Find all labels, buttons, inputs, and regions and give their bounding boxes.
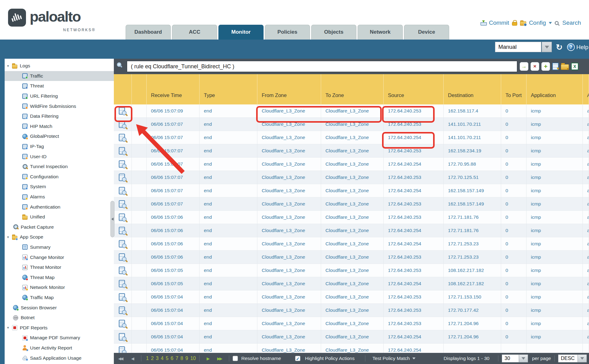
receive-time-cell[interactable]: 06/06 15:07:06 (147, 224, 200, 237)
receive-time-cell[interactable]: 06/06 15:07:09 (147, 104, 200, 118)
prev-page-button[interactable]: ◀ (131, 356, 133, 361)
log-row[interactable]: 06/06 15:07:07endCloudflare_L3_ZoneCloud… (114, 144, 589, 158)
type-cell[interactable]: end (200, 144, 257, 158)
to-zone-cell[interactable]: Cloudflare_L3_Zone (321, 344, 384, 353)
tab-policies[interactable]: Policies (265, 25, 310, 40)
resolve-hostname-checkbox[interactable] (233, 356, 238, 361)
to-zone-cell[interactable]: Cloudflare_L3_Zone (321, 251, 384, 264)
page-number-10[interactable]: 10 (190, 356, 196, 361)
sort-order-dropdown-button[interactable] (578, 354, 587, 362)
sidebar-item-wildfire-submissions[interactable]: WildFire Submissions (5, 101, 114, 111)
to-port-cell[interactable]: 0 (501, 104, 527, 118)
add-filter-button[interactable]: + (541, 62, 550, 71)
log-row[interactable]: 06/06 15:07:07endCloudflare_L3_ZoneCloud… (114, 197, 589, 211)
from-zone-cell[interactable]: Cloudflare_L3_Zone (257, 224, 321, 237)
receive-time-cell[interactable]: 06/06 15:07:07 (147, 158, 200, 171)
to-port-cell[interactable]: 0 (501, 317, 527, 330)
type-cell[interactable]: end (200, 237, 257, 251)
to-zone-cell[interactable]: Cloudflare_L3_Zone (321, 317, 384, 330)
source-cell[interactable]: 172.64.240.253 (384, 317, 444, 330)
type-cell[interactable]: end (200, 171, 257, 184)
destination-cell[interactable]: 172.71.204.96 (444, 330, 501, 344)
sidebar-item-alarms[interactable]: Alarms (5, 192, 114, 202)
action-cell[interactable]: a (583, 224, 589, 237)
action-cell[interactable]: a (583, 330, 589, 344)
log-row[interactable]: 06/06 15:07:04endCloudflare_L3_ZoneCloud… (114, 317, 589, 330)
log-detail-icon[interactable] (119, 107, 125, 115)
per-page-select[interactable]: 30 (502, 354, 519, 362)
log-detail-icon[interactable] (119, 147, 125, 154)
test-policy-match-button[interactable]: Test Policy Match (372, 356, 415, 361)
to-port-cell[interactable]: 0 (501, 330, 527, 344)
type-cell[interactable]: end (200, 184, 257, 197)
application-cell[interactable]: icmp (527, 184, 583, 197)
search-link[interactable]: Search (562, 19, 581, 26)
sidebar-splitter-handle[interactable] (110, 201, 114, 237)
to-zone-cell[interactable]: Cloudflare_L3_Zone (321, 237, 384, 251)
tab-network[interactable]: Network (358, 25, 403, 40)
source-cell[interactable]: 172.64.240.253 (384, 290, 444, 304)
receive-time-cell[interactable]: 06/06 15:07:07 (147, 118, 200, 131)
sidebar-item-globalprotect[interactable]: GlobalProtect (5, 131, 114, 142)
sidebar-item-summary[interactable]: Summary (5, 242, 114, 252)
to-zone-cell[interactable]: Cloudflare_L3_Zone (321, 304, 384, 317)
application-cell[interactable]: icmp (527, 304, 583, 317)
source-cell[interactable]: 172.64.240.253 (384, 251, 444, 264)
column-header-a[interactable]: A (583, 74, 589, 104)
to-port-cell[interactable]: 0 (501, 171, 527, 184)
page-number-6[interactable]: 6 (171, 356, 174, 361)
refresh-interval-dropdown-button[interactable] (542, 42, 552, 52)
application-cell[interactable]: icmp (527, 330, 583, 344)
log-row[interactable]: 06/06 15:07:07endCloudflare_L3_ZoneCloud… (114, 171, 589, 184)
source-cell[interactable]: 172.64.240.254 (384, 184, 444, 197)
log-detail-icon[interactable] (119, 320, 125, 327)
from-zone-cell[interactable]: Cloudflare_L3_Zone (257, 171, 321, 184)
log-detail-icon[interactable] (119, 253, 125, 261)
destination-cell[interactable]: 141.101.70.211 (444, 118, 501, 131)
source-cell[interactable]: 172.64.240.254 (384, 224, 444, 237)
application-cell[interactable]: icmp (527, 144, 583, 158)
to-zone-cell[interactable]: Cloudflare_L3_Zone (321, 104, 384, 118)
source-cell[interactable]: 172.64.240.254 (384, 330, 444, 344)
log-filter-input[interactable] (127, 61, 517, 72)
type-cell[interactable]: end (200, 158, 257, 171)
receive-time-cell[interactable]: 06/06 15:07:06 (147, 251, 200, 264)
refresh-interval-select[interactable]: Manual (495, 42, 541, 52)
log-detail-icon[interactable] (119, 121, 125, 128)
sidebar-item-url-filtering[interactable]: URL Filtering (5, 91, 114, 101)
to-port-cell[interactable]: 0 (501, 237, 527, 251)
log-detail-icon[interactable] (119, 280, 125, 287)
to-zone-cell[interactable]: Cloudflare_L3_Zone (321, 131, 384, 144)
to-zone-cell[interactable]: Cloudflare_L3_Zone (321, 224, 384, 237)
config-caret-icon[interactable] (549, 22, 552, 24)
source-cell[interactable]: 172.64.240.253 (384, 144, 444, 158)
receive-time-cell[interactable]: 06/06 15:07:05 (147, 277, 200, 290)
receive-time-cell[interactable]: 06/06 15:07:04 (147, 290, 200, 304)
log-detail-icon[interactable] (119, 134, 125, 141)
destination-cell[interactable]: 162.158.157.149 (444, 197, 501, 211)
action-cell[interactable]: a (583, 237, 589, 251)
receive-time-cell[interactable]: 06/06 15:07:04 (147, 304, 200, 317)
destination-cell[interactable]: 172.71.253.23 (444, 251, 501, 264)
source-cell[interactable]: 172.64.240.254 (384, 344, 444, 353)
destination-cell[interactable]: 108.162.217.182 (444, 277, 501, 290)
destination-cell[interactable]: 172.71.204.96 (444, 317, 501, 330)
application-cell[interactable]: icmp (527, 224, 583, 237)
log-detail-icon[interactable] (119, 227, 125, 234)
action-cell[interactable]: a (583, 144, 589, 158)
log-row[interactable]: 06/06 15:07:07endCloudflare_L3_ZoneCloud… (114, 158, 589, 171)
action-cell[interactable]: a (583, 290, 589, 304)
application-cell[interactable]: icmp (527, 158, 583, 171)
from-zone-cell[interactable]: Cloudflare_L3_Zone (257, 237, 321, 251)
action-cell[interactable]: a (583, 317, 589, 330)
lock-icon[interactable] (512, 22, 517, 26)
from-zone-cell[interactable]: Cloudflare_L3_Zone (257, 211, 321, 224)
page-number-7[interactable]: 7 (175, 356, 178, 361)
sidebar-item-ip-tag[interactable]: IP-Tag (5, 142, 114, 152)
source-cell[interactable]: 172.64.240.253 (384, 171, 444, 184)
log-row[interactable]: 06/06 15:07:06endCloudflare_L3_ZoneCloud… (114, 211, 589, 224)
expander-icon[interactable]: ▼ (6, 64, 12, 68)
to-port-cell[interactable]: 0 (501, 264, 527, 277)
action-cell[interactable]: a (583, 277, 589, 290)
type-cell[interactable]: end (200, 344, 257, 353)
